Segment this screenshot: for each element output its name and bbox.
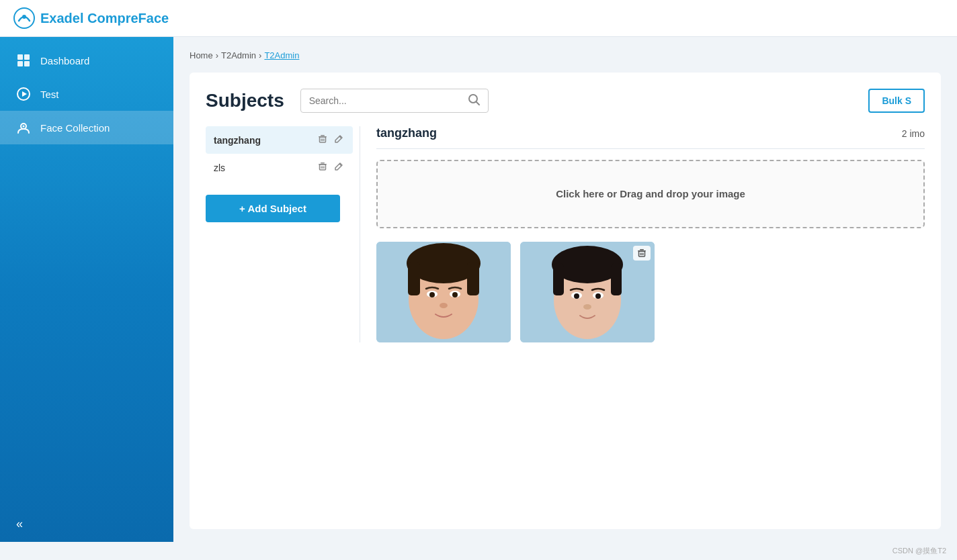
upload-area[interactable]: Click here or Drag and drop your image [376,160,925,228]
subject-item-tangzhang[interactable]: tangzhang [206,126,353,154]
search-area [300,89,489,113]
svg-rect-46 [611,263,622,295]
sidebar-item-face-collection-label: Face Collection [40,122,110,134]
subject-actions-zls [317,160,345,175]
svg-line-11 [476,102,479,105]
bulk-search-button[interactable]: Bulk S [868,89,925,113]
svg-point-33 [429,292,435,297]
subject-item-zls[interactable]: zls [206,154,353,181]
breadcrumb-parent: T2Admin [221,50,256,60]
subject-delete-btn-zls[interactable] [317,160,329,175]
svg-point-34 [452,292,458,297]
face-item-2 [520,242,655,342]
svg-rect-37 [640,249,644,250]
main-layout: Dashboard Test Face Collection [0,37,957,542]
subject-detail-count: 2 imo [902,128,925,139]
subject-detail-header: tangzhang 2 imo [376,126,925,149]
footer-text: CSDN @摸鱼T2 [892,547,946,555]
svg-rect-13 [321,135,325,136]
card-body: tangzhang [206,126,925,342]
breadcrumb-home: Home [190,50,213,60]
svg-point-1 [22,15,26,19]
svg-point-35 [440,303,448,308]
breadcrumb-sep1: › [216,50,218,60]
subject-delete-btn-tangzhang[interactable] [317,133,329,147]
subject-actions-tangzhang [317,133,345,147]
top-header: Exadel CompreFace [0,0,957,37]
svg-rect-30 [467,262,479,295]
add-subject-button[interactable]: + Add Subject [206,195,340,222]
svg-point-9 [23,126,25,128]
face-collection-icon [16,120,31,135]
dashboard-icon [16,53,31,68]
card-header: Subjects Bulk S [206,89,925,113]
logo-text: Exadel CompreFace [40,11,169,26]
svg-point-49 [574,293,579,299]
subject-item-name-zls: zls [214,162,317,173]
logo-icon [13,7,35,29]
logo-area: Exadel CompreFace [13,7,169,29]
breadcrumb: Home › T2Admin › T2Admin [190,50,941,60]
face-delete-btn-2[interactable] [633,246,651,261]
search-icon [468,93,480,108]
sidebar: Dashboard Test Face Collection [0,37,173,542]
sidebar-item-test-label: Test [40,89,59,100]
sidebar-item-test[interactable]: Test [0,77,173,111]
sidebar-item-dashboard[interactable]: Dashboard [0,44,173,77]
search-input[interactable] [309,95,468,106]
svg-point-51 [583,304,591,310]
breadcrumb-sep2: › [259,50,261,60]
sidebar-item-dashboard-label: Dashboard [40,55,89,66]
svg-rect-3 [24,54,30,60]
face-item-1 [376,242,511,342]
sidebar-collapse-btn[interactable]: « [0,506,173,542]
face-image-1 [376,242,511,342]
subject-detail: tangzhang 2 imo Click here or Drag and d… [360,126,925,342]
content-area: Home › T2Admin › T2Admin Subjects [173,37,957,542]
subject-list: tangzhang [206,126,360,342]
breadcrumb-current[interactable]: T2Admin [264,50,299,60]
sidebar-item-face-collection[interactable]: Face Collection [0,111,173,144]
svg-marker-7 [22,91,27,97]
svg-rect-4 [17,61,23,66]
main-card: Subjects Bulk S [190,73,941,529]
face-grid [376,242,925,342]
subject-edit-btn-tangzhang[interactable] [333,133,345,147]
page-footer: CSDN @摸鱼T2 [0,542,957,560]
upload-text: Click here or Drag and drop your image [556,188,745,199]
subject-edit-btn-zls[interactable] [333,160,345,175]
svg-rect-2 [17,54,23,60]
svg-point-50 [595,293,601,299]
svg-rect-5 [24,61,30,66]
svg-rect-29 [408,262,420,295]
subject-detail-name: tangzhang [376,126,437,140]
subject-item-name-tangzhang: tangzhang [214,135,317,146]
page-title: Subjects [206,90,284,111]
svg-rect-45 [553,263,564,295]
test-icon [16,87,31,101]
svg-point-10 [469,95,477,103]
svg-rect-20 [321,162,325,164]
